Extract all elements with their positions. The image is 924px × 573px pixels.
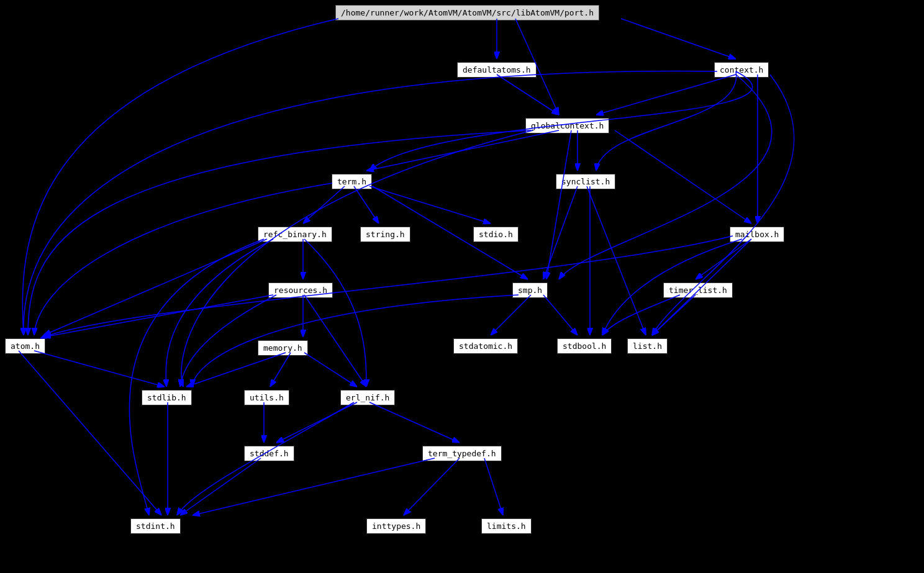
node-stdint-h: stdint.h — [130, 518, 181, 534]
node-defaultatoms-h: defaultatoms.h — [457, 62, 537, 78]
node-stddef-h: stddef.h — [244, 446, 294, 461]
node-utils-h: utils.h — [244, 390, 289, 405]
node-stdio-h: stdio.h — [473, 227, 519, 242]
node-timer-list-h: timer_list.h — [663, 282, 733, 298]
node-string-h: string.h — [360, 227, 410, 242]
dependency-graph — [0, 0, 924, 573]
node-erl-nif-h: erl_nif.h — [340, 390, 395, 405]
node-globalcontext-h: globalcontext.h — [525, 118, 609, 133]
node-refc-binary-h: refc_binary.h — [258, 227, 332, 242]
node-context-h: context.h — [714, 62, 769, 78]
node-synclist-h: synclist.h — [556, 174, 615, 189]
node-mailbox-h: mailbox.h — [730, 227, 784, 242]
node-smp-h: smp.h — [512, 282, 548, 298]
node-stdbool-h: stdbool.h — [557, 338, 612, 354]
node-stdatomic-h: stdatomic.h — [453, 338, 518, 354]
node-term-h: term.h — [332, 174, 372, 189]
node-port-h: /home/runner/work/AtomVM/AtomVM/src/libA… — [335, 5, 599, 20]
node-inttypes-h: inttypes.h — [366, 518, 426, 534]
node-term-typedef-h: term_typedef.h — [422, 446, 502, 461]
node-memory-h: memory.h — [258, 340, 308, 356]
node-atom-h: atom.h — [5, 338, 45, 354]
node-limits-h: limits.h — [481, 518, 532, 534]
node-list-h: list.h — [627, 338, 668, 354]
node-stdlib-h: stdlib.h — [142, 390, 192, 405]
node-resources-h: resources.h — [268, 282, 333, 298]
